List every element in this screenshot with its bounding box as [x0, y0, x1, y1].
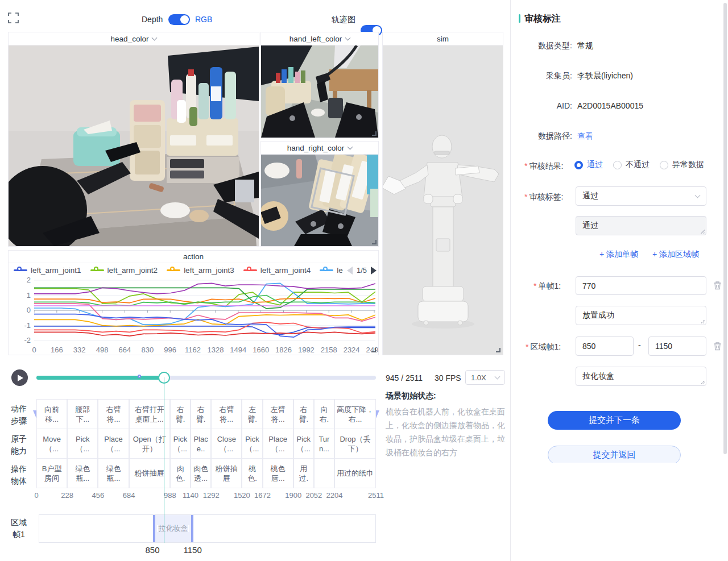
object-cell: 肉色透... [191, 458, 211, 488]
submit-back-button[interactable]: 提交并返回 [548, 446, 681, 463]
legend-item[interactable]: le [320, 266, 343, 275]
head-color-title: head_color [111, 35, 149, 43]
region-start-input[interactable]: 850 [576, 336, 634, 356]
action-chart-plot [34, 277, 375, 344]
ability-cell: Pick（... [293, 429, 314, 459]
segment-grip-left[interactable] [157, 525, 158, 532]
x-axis-tick: 498 [90, 346, 115, 354]
scene-state-text: 梳妆台在机器人前，化妆盒在桌面上，化妆盒的侧边摆放着物品，化妆品，护肤品盒垃圾在… [386, 405, 507, 459]
object-cell: 桃色. [242, 458, 262, 488]
textarea-resize-grip[interactable] [701, 380, 705, 384]
hand-left-panel: hand_left_color [260, 32, 379, 138]
hand-right-header[interactable]: hand_right_color [261, 142, 378, 155]
object-cell: 桃色唇... [263, 458, 293, 488]
radio-selected-icon[interactable] [574, 161, 583, 169]
chevron-down-icon [495, 373, 500, 379]
resize-handle-icon[interactable] [372, 131, 377, 136]
y-axis-tick: -2 [16, 336, 31, 344]
add-single-frame-link[interactable]: + 添加单帧 [599, 250, 638, 260]
fullscreen-icon[interactable] [8, 13, 19, 23]
info-row-value: 常规 [577, 41, 593, 51]
speed-select[interactable]: 1.0X [465, 370, 505, 385]
info-row-label: 数据路径: [518, 131, 572, 142]
result-option-label: 通过 [587, 160, 603, 170]
frame-axis-tick: 228 [61, 491, 73, 500]
step-cell: 向右. [314, 399, 334, 429]
legend-item-label: left_arm_joint1 [31, 266, 81, 275]
review-tag-value: 通过 [582, 191, 598, 201]
review-tag-select[interactable]: 通过 [576, 186, 706, 206]
chart-legend: left_arm_joint1left_arm_joint2left_arm_j… [14, 264, 344, 276]
legend-item[interactable]: left_arm_joint2 [90, 266, 158, 275]
x-axis-tick: 664 [112, 346, 137, 354]
table-column: 向前移...Move（...B户型房间 [36, 400, 67, 488]
info-row-value: 李轶晨(liyichen) [577, 71, 633, 81]
legend-item[interactable]: left_arm_joint3 [167, 266, 234, 275]
step-cell: 左臂将... [263, 399, 293, 429]
region-segment[interactable]: 拉化妆盒 [153, 515, 193, 542]
trash-icon[interactable] [713, 342, 722, 351]
single-frame-input[interactable]: 770 [576, 276, 706, 295]
head-color-panel: head_color [8, 32, 259, 247]
review-tag-note-text: 通过 [582, 221, 598, 231]
trash-icon[interactable] [713, 281, 722, 290]
segment-grip-right[interactable] [188, 525, 189, 532]
legend-next-icon[interactable] [371, 267, 377, 275]
table-column: 左臂.Pick（...桃色. [242, 400, 262, 488]
x-axis-tick: 0 [22, 346, 47, 354]
timeline-slider[interactable] [36, 376, 376, 380]
result-option[interactable]: 异常数据 [660, 160, 704, 170]
info-row-value: A2D0015AB00015 [577, 101, 643, 110]
sim-title: sim [437, 35, 449, 43]
region-note-text: 拉化妆盒 [582, 371, 614, 381]
data-path-link[interactable]: 查看 [577, 131, 593, 142]
resize-handle-icon[interactable] [371, 348, 376, 352]
scrollbar-thumb[interactable] [723, 3, 727, 454]
legend-series-icon [167, 267, 180, 273]
submit-next-button[interactable]: 提交并下一条 [548, 411, 681, 430]
playhead-cursor[interactable] [164, 377, 165, 543]
x-axis-tick: 166 [44, 346, 69, 354]
single-frame-marker-dot[interactable] [138, 375, 141, 378]
region-frame-track[interactable]: 拉化妆盒 [39, 514, 376, 543]
sim-header: sim [383, 32, 503, 45]
legend-series-icon [90, 267, 104, 273]
radio-unselected-icon[interactable] [613, 161, 622, 169]
legend-prev-icon[interactable] [347, 267, 353, 275]
annotation-review-app: Depth RGB 轨迹图 head_color [0, 0, 728, 561]
object-cell [314, 458, 334, 488]
frame-axis-tick: 1672 [254, 491, 271, 500]
textarea-resize-grip[interactable] [701, 230, 705, 234]
legend-item[interactable]: left_arm_joint4 [243, 266, 311, 275]
chevron-down-icon [695, 192, 701, 198]
y-axis-tick: 1 [16, 291, 31, 300]
hand-left-header[interactable]: hand_left_color [261, 32, 378, 45]
review-tag-note[interactable]: 通过 [576, 216, 706, 235]
head-color-header[interactable]: head_color [9, 32, 259, 45]
hand-right-title: hand_right_color [287, 144, 345, 152]
step-cell: 腰部下... [67, 399, 98, 429]
single-frame-note[interactable]: 放置成功 [576, 306, 706, 325]
radio-unselected-icon[interactable] [660, 161, 668, 169]
region-frame-label: 区域帧1: [530, 342, 561, 351]
object-cell: 绿色瓶... [98, 458, 129, 488]
step-cell: 高度下降，右... [334, 399, 376, 429]
scene-state-title: 场景初始状态: [386, 391, 436, 401]
region-end-label: 1150 [184, 545, 202, 555]
legend-item[interactable]: left_arm_joint1 [14, 266, 81, 275]
play-button[interactable] [11, 369, 28, 386]
result-option[interactable]: 通过 [574, 160, 603, 170]
review-tag-row: *审核标签: [524, 192, 563, 202]
region-note[interactable]: 拉化妆盒 [576, 367, 706, 386]
required-mark: * [524, 161, 527, 171]
result-option[interactable]: 不通过 [613, 160, 650, 170]
region-end-input[interactable]: 1150 [648, 336, 706, 356]
step-cell: 左臂. [242, 399, 262, 429]
add-region-frame-link[interactable]: + 添加区域帧 [652, 250, 699, 260]
depth-rgb-toggle[interactable] [168, 14, 190, 25]
table-row-label: 操作物体 [9, 460, 28, 490]
resize-handle-icon[interactable] [496, 348, 500, 352]
resize-handle-icon[interactable] [372, 240, 377, 244]
textarea-resize-grip[interactable] [701, 319, 705, 323]
x-axis-tick: 996 [158, 346, 183, 354]
